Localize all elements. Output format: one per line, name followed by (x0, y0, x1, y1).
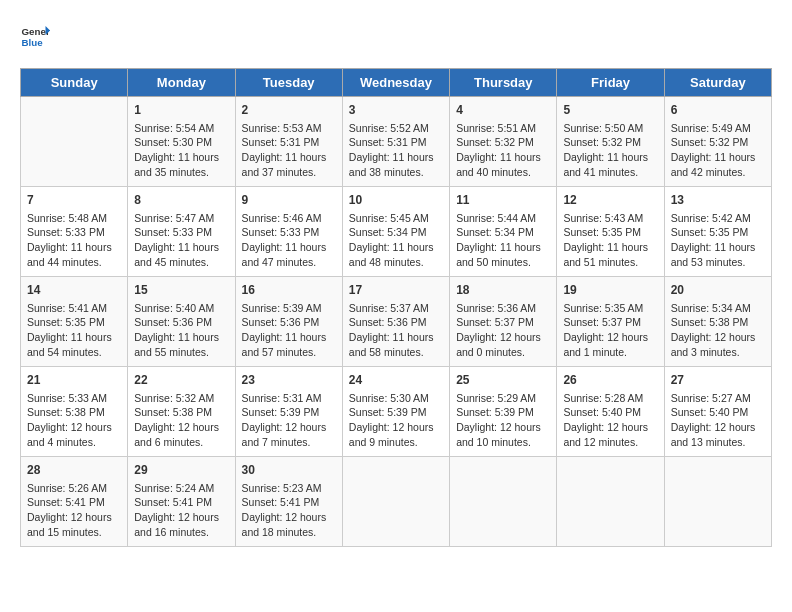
calendar-cell: 13Sunrise: 5:42 AMSunset: 5:35 PMDayligh… (664, 187, 771, 277)
calendar-week-row: 14Sunrise: 5:41 AMSunset: 5:35 PMDayligh… (21, 277, 772, 367)
day-number: 16 (242, 282, 336, 299)
day-info: Sunrise: 5:35 AMSunset: 5:37 PMDaylight:… (563, 301, 657, 360)
day-info: Sunrise: 5:28 AMSunset: 5:40 PMDaylight:… (563, 391, 657, 450)
calendar-cell: 14Sunrise: 5:41 AMSunset: 5:35 PMDayligh… (21, 277, 128, 367)
day-number: 22 (134, 372, 228, 389)
calendar-cell: 20Sunrise: 5:34 AMSunset: 5:38 PMDayligh… (664, 277, 771, 367)
calendar-cell: 29Sunrise: 5:24 AMSunset: 5:41 PMDayligh… (128, 457, 235, 547)
calendar-cell: 23Sunrise: 5:31 AMSunset: 5:39 PMDayligh… (235, 367, 342, 457)
day-number: 24 (349, 372, 443, 389)
day-number: 4 (456, 102, 550, 119)
day-info: Sunrise: 5:31 AMSunset: 5:39 PMDaylight:… (242, 391, 336, 450)
calendar-cell: 22Sunrise: 5:32 AMSunset: 5:38 PMDayligh… (128, 367, 235, 457)
day-header-thursday: Thursday (450, 69, 557, 97)
day-info: Sunrise: 5:46 AMSunset: 5:33 PMDaylight:… (242, 211, 336, 270)
day-header-sunday: Sunday (21, 69, 128, 97)
logo: General Blue (20, 20, 52, 50)
calendar-cell: 18Sunrise: 5:36 AMSunset: 5:37 PMDayligh… (450, 277, 557, 367)
day-info: Sunrise: 5:42 AMSunset: 5:35 PMDaylight:… (671, 211, 765, 270)
day-number: 27 (671, 372, 765, 389)
day-info: Sunrise: 5:45 AMSunset: 5:34 PMDaylight:… (349, 211, 443, 270)
day-info: Sunrise: 5:48 AMSunset: 5:33 PMDaylight:… (27, 211, 121, 270)
day-number: 26 (563, 372, 657, 389)
day-number: 11 (456, 192, 550, 209)
calendar-body: 1Sunrise: 5:54 AMSunset: 5:30 PMDaylight… (21, 97, 772, 547)
calendar-cell: 30Sunrise: 5:23 AMSunset: 5:41 PMDayligh… (235, 457, 342, 547)
calendar-cell (342, 457, 449, 547)
calendar-cell: 9Sunrise: 5:46 AMSunset: 5:33 PMDaylight… (235, 187, 342, 277)
calendar-cell: 1Sunrise: 5:54 AMSunset: 5:30 PMDaylight… (128, 97, 235, 187)
calendar-header-row: SundayMondayTuesdayWednesdayThursdayFrid… (21, 69, 772, 97)
calendar-cell: 7Sunrise: 5:48 AMSunset: 5:33 PMDaylight… (21, 187, 128, 277)
day-info: Sunrise: 5:29 AMSunset: 5:39 PMDaylight:… (456, 391, 550, 450)
day-number: 7 (27, 192, 121, 209)
calendar-cell: 6Sunrise: 5:49 AMSunset: 5:32 PMDaylight… (664, 97, 771, 187)
day-info: Sunrise: 5:50 AMSunset: 5:32 PMDaylight:… (563, 121, 657, 180)
day-number: 13 (671, 192, 765, 209)
day-info: Sunrise: 5:39 AMSunset: 5:36 PMDaylight:… (242, 301, 336, 360)
calendar-cell: 28Sunrise: 5:26 AMSunset: 5:41 PMDayligh… (21, 457, 128, 547)
day-number: 28 (27, 462, 121, 479)
calendar-cell: 4Sunrise: 5:51 AMSunset: 5:32 PMDaylight… (450, 97, 557, 187)
calendar-cell: 2Sunrise: 5:53 AMSunset: 5:31 PMDaylight… (235, 97, 342, 187)
day-info: Sunrise: 5:53 AMSunset: 5:31 PMDaylight:… (242, 121, 336, 180)
day-info: Sunrise: 5:54 AMSunset: 5:30 PMDaylight:… (134, 121, 228, 180)
calendar-cell: 10Sunrise: 5:45 AMSunset: 5:34 PMDayligh… (342, 187, 449, 277)
day-info: Sunrise: 5:43 AMSunset: 5:35 PMDaylight:… (563, 211, 657, 270)
day-header-tuesday: Tuesday (235, 69, 342, 97)
calendar-cell (664, 457, 771, 547)
day-number: 15 (134, 282, 228, 299)
day-info: Sunrise: 5:26 AMSunset: 5:41 PMDaylight:… (27, 481, 121, 540)
calendar-cell: 27Sunrise: 5:27 AMSunset: 5:40 PMDayligh… (664, 367, 771, 457)
calendar-week-row: 21Sunrise: 5:33 AMSunset: 5:38 PMDayligh… (21, 367, 772, 457)
day-number: 6 (671, 102, 765, 119)
day-info: Sunrise: 5:52 AMSunset: 5:31 PMDaylight:… (349, 121, 443, 180)
day-number: 30 (242, 462, 336, 479)
day-number: 25 (456, 372, 550, 389)
calendar-cell: 16Sunrise: 5:39 AMSunset: 5:36 PMDayligh… (235, 277, 342, 367)
calendar-week-row: 1Sunrise: 5:54 AMSunset: 5:30 PMDaylight… (21, 97, 772, 187)
day-number: 12 (563, 192, 657, 209)
day-number: 10 (349, 192, 443, 209)
page-header: General Blue (20, 20, 772, 60)
day-number: 5 (563, 102, 657, 119)
day-number: 8 (134, 192, 228, 209)
day-header-friday: Friday (557, 69, 664, 97)
calendar-cell: 26Sunrise: 5:28 AMSunset: 5:40 PMDayligh… (557, 367, 664, 457)
calendar-cell: 5Sunrise: 5:50 AMSunset: 5:32 PMDaylight… (557, 97, 664, 187)
day-info: Sunrise: 5:44 AMSunset: 5:34 PMDaylight:… (456, 211, 550, 270)
day-number: 2 (242, 102, 336, 119)
calendar-cell (450, 457, 557, 547)
calendar-cell: 11Sunrise: 5:44 AMSunset: 5:34 PMDayligh… (450, 187, 557, 277)
day-info: Sunrise: 5:51 AMSunset: 5:32 PMDaylight:… (456, 121, 550, 180)
day-info: Sunrise: 5:36 AMSunset: 5:37 PMDaylight:… (456, 301, 550, 360)
day-number: 3 (349, 102, 443, 119)
day-info: Sunrise: 5:24 AMSunset: 5:41 PMDaylight:… (134, 481, 228, 540)
day-number: 14 (27, 282, 121, 299)
day-header-monday: Monday (128, 69, 235, 97)
day-number: 1 (134, 102, 228, 119)
day-header-saturday: Saturday (664, 69, 771, 97)
day-number: 29 (134, 462, 228, 479)
day-info: Sunrise: 5:33 AMSunset: 5:38 PMDaylight:… (27, 391, 121, 450)
svg-text:Blue: Blue (22, 37, 44, 48)
calendar-cell: 24Sunrise: 5:30 AMSunset: 5:39 PMDayligh… (342, 367, 449, 457)
day-info: Sunrise: 5:40 AMSunset: 5:36 PMDaylight:… (134, 301, 228, 360)
calendar-cell: 19Sunrise: 5:35 AMSunset: 5:37 PMDayligh… (557, 277, 664, 367)
day-info: Sunrise: 5:27 AMSunset: 5:40 PMDaylight:… (671, 391, 765, 450)
day-number: 17 (349, 282, 443, 299)
day-number: 20 (671, 282, 765, 299)
calendar-cell: 25Sunrise: 5:29 AMSunset: 5:39 PMDayligh… (450, 367, 557, 457)
day-info: Sunrise: 5:34 AMSunset: 5:38 PMDaylight:… (671, 301, 765, 360)
day-info: Sunrise: 5:23 AMSunset: 5:41 PMDaylight:… (242, 481, 336, 540)
calendar-week-row: 28Sunrise: 5:26 AMSunset: 5:41 PMDayligh… (21, 457, 772, 547)
calendar-cell (21, 97, 128, 187)
calendar-cell: 21Sunrise: 5:33 AMSunset: 5:38 PMDayligh… (21, 367, 128, 457)
day-header-wednesday: Wednesday (342, 69, 449, 97)
day-number: 21 (27, 372, 121, 389)
logo-icon: General Blue (20, 20, 50, 50)
calendar-cell (557, 457, 664, 547)
day-info: Sunrise: 5:49 AMSunset: 5:32 PMDaylight:… (671, 121, 765, 180)
day-info: Sunrise: 5:41 AMSunset: 5:35 PMDaylight:… (27, 301, 121, 360)
calendar-cell: 15Sunrise: 5:40 AMSunset: 5:36 PMDayligh… (128, 277, 235, 367)
